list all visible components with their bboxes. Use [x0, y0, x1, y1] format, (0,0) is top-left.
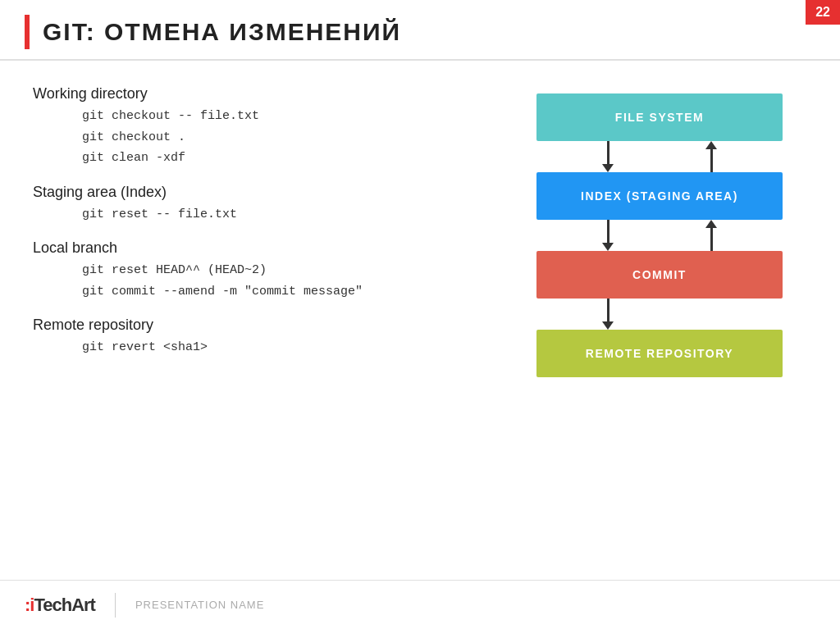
- arrow-up-right: [705, 141, 717, 172]
- section-remote-repository: Remote repository git revert <sha1>: [33, 317, 479, 358]
- logo-suffix: TechArt: [34, 595, 95, 615]
- section-title-working: Working directory: [33, 85, 479, 103]
- left-panel: Working directory git checkout -- file.t…: [33, 85, 479, 563]
- box-remote: REMOTE REPOSITORY: [536, 330, 783, 377]
- slide-header: GIT: ОТМЕНА ИЗМЕНЕНИЙ 22: [0, 0, 840, 61]
- box-commit-label: COMMIT: [632, 268, 687, 281]
- command-line: git checkout -- file.txt: [82, 106, 479, 127]
- arrow-down-left3: [602, 299, 614, 330]
- commands-remote: git revert <sha1>: [33, 337, 479, 358]
- section-local-branch: Local branch git reset HEAD^^ (HEAD~2) g…: [33, 239, 479, 302]
- command-line: git revert <sha1>: [82, 337, 479, 358]
- logo-prefix: :i: [25, 595, 34, 615]
- box-filesystem-label: FILE SYSTEM: [615, 111, 704, 124]
- command-line: git reset -- file.txt: [82, 204, 479, 226]
- arrows-filesystem-index: [536, 141, 783, 172]
- section-staging-area: Staging area (Index) git reset -- file.t…: [33, 184, 479, 226]
- arrows-commit-remote: [536, 299, 783, 330]
- footer-divider: [115, 593, 116, 618]
- footer: :iTechArt PRESENTATION NAME: [0, 580, 840, 629]
- arrows-index-commit: [536, 220, 783, 251]
- command-line: git reset HEAD^^ (HEAD~2): [82, 260, 479, 281]
- section-title-local: Local branch: [33, 239, 479, 257]
- arrow-down-left: [602, 141, 614, 172]
- header-accent-bar: [25, 15, 30, 49]
- box-index: INDEX (STAGING AREA): [536, 172, 783, 220]
- slide-number: 22: [806, 0, 840, 25]
- arrow-down-left2: [602, 220, 614, 251]
- command-line: git clean -xdf: [82, 148, 479, 169]
- box-commit: COMMIT: [536, 251, 783, 299]
- box-filesystem: FILE SYSTEM: [536, 93, 783, 141]
- section-working-directory: Working directory git checkout -- file.t…: [33, 85, 479, 169]
- commands-working: git checkout -- file.txt git checkout . …: [33, 106, 479, 169]
- arrow-up-right2: [705, 220, 717, 251]
- commands-local: git reset HEAD^^ (HEAD~2) git commit --a…: [33, 260, 479, 302]
- main-content: Working directory git checkout -- file.t…: [0, 61, 840, 579]
- footer-logo: :iTechArt: [25, 595, 95, 616]
- section-title-remote: Remote repository: [33, 317, 479, 334]
- command-line: git checkout .: [82, 127, 479, 148]
- command-line: git commit --amend -m "commit message": [82, 281, 479, 303]
- diagram-panel: FILE SYSTEM INDEX (STAGING AREA): [512, 85, 807, 563]
- diagram: FILE SYSTEM INDEX (STAGING AREA): [520, 93, 799, 377]
- section-title-staging: Staging area (Index): [33, 184, 479, 201]
- footer-presentation-label: PRESENTATION NAME: [135, 599, 264, 611]
- box-remote-label: REMOTE REPOSITORY: [586, 347, 733, 360]
- slide-title: GIT: ОТМЕНА ИЗМЕНЕНИЙ: [43, 18, 401, 46]
- box-index-label: INDEX (STAGING AREA): [581, 189, 738, 203]
- commands-staging: git reset -- file.txt: [33, 204, 479, 226]
